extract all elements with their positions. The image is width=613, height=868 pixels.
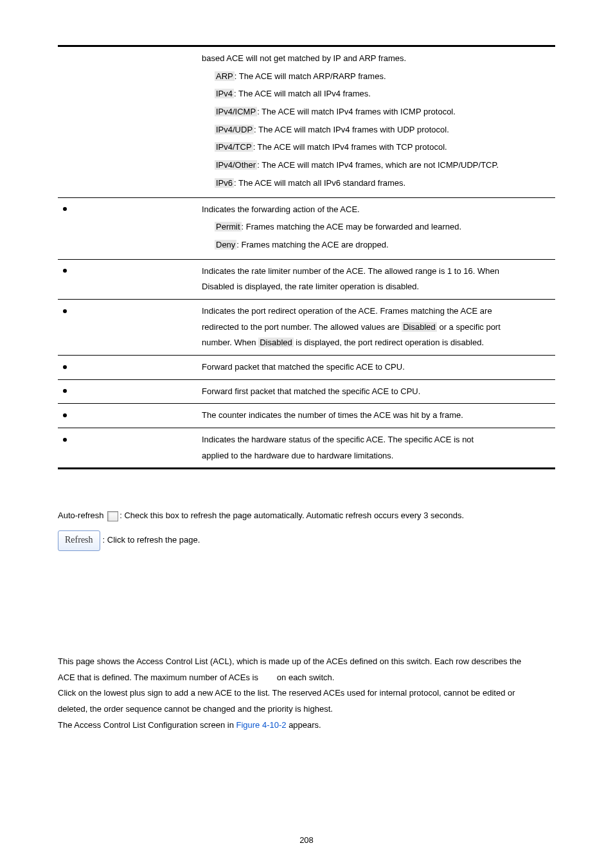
checkbox-icon — [107, 511, 118, 521]
text-line: deleted, the order sequence cannot be ch… — [58, 701, 555, 718]
table-right-cell: Forward packet that matched the specific… — [197, 356, 555, 380]
table-left-cell: Action — [58, 197, 197, 259]
sub-item: Permit: Frames matching the ACE may be f… — [202, 219, 550, 235]
bullet-icon — [63, 309, 67, 313]
table-left-cell: Conflict — [58, 428, 197, 469]
text-line: Forward first packet that matched the sp… — [202, 384, 550, 400]
text-line: number. When Disabled is displayed, the … — [202, 335, 550, 351]
table-right-cell: Indicates the port redirect operation of… — [197, 299, 555, 355]
text-line: applied to the hardware due to hardware … — [202, 448, 550, 464]
table-right-cell: Indicates the rate limiter number of the… — [197, 259, 555, 299]
table-right-cell: Indicates the forwarding action of the A… — [197, 197, 555, 259]
text-line: Indicates the forwarding action of the A… — [202, 202, 550, 218]
table-left-cell: Port Redirect — [58, 299, 197, 355]
section-heading: 4.10.2 Access Control List Configuration — [58, 622, 555, 642]
text-line: Indicates the rate limiter number of the… — [202, 264, 550, 280]
bullet-icon — [63, 365, 67, 369]
sub-item: IPv4/UDP: The ACE will match IPv4 frames… — [202, 122, 550, 138]
text-line: Forward packet that matched the specific… — [202, 359, 550, 375]
table-left-cell — [58, 46, 197, 198]
page-number: 208 — [0, 833, 613, 849]
body-paragraphs: This page shows the Access Control List … — [58, 654, 555, 733]
text: Auto-refresh — [58, 511, 106, 520]
table-left-cell: CPU Once — [58, 379, 197, 404]
table-right-cell: Forward first packet that matched the sp… — [197, 379, 555, 404]
text-line: Disabled is displayed, the rate limiter … — [202, 279, 550, 295]
bullet-icon — [63, 389, 67, 393]
sub-item: IPv4/ICMP: The ACE will match IPv4 frame… — [202, 104, 550, 120]
refresh-description: Refresh: Click to refresh the page. — [58, 530, 555, 551]
sub-item: IPv4/Other: The ACE will match IPv4 fram… — [202, 158, 550, 174]
text-line: based ACE will not get matched by IP and… — [202, 51, 550, 67]
sub-item: IPv6: The ACE will match all IPv6 standa… — [202, 176, 550, 192]
text-line: This page shows the Access Control List … — [58, 654, 555, 670]
bullet-icon — [63, 269, 67, 273]
table-left-cell: Counter — [58, 404, 197, 428]
parameters-table: based ACE will not get matched by IP and… — [58, 45, 555, 469]
bullet-icon — [63, 413, 67, 417]
text-line: Indicates the port redirect operation of… — [202, 303, 550, 320]
table-right-cell: Indicates the hardware status of the spe… — [197, 428, 555, 469]
figure-link: Figure 4-10-2 — [236, 720, 286, 730]
sub-item: ARP: The ACE will match ARP/RARP frames. — [202, 69, 550, 85]
sub-item: IPv4/TCP: The ACE will match IPv4 frames… — [202, 140, 550, 156]
sub-item: IPv4: The ACE will match all IPv4 frames… — [202, 86, 550, 102]
auto-refresh-description: Auto-refresh : Check this box to refresh… — [58, 508, 555, 524]
text-line: ACE that is defined. The maximum number … — [58, 670, 555, 686]
text: : Click to refresh the page. — [103, 535, 200, 545]
refresh-button-image: Refresh — [58, 530, 100, 551]
text-line: Indicates the hardware status of the spe… — [202, 432, 550, 448]
table-right-cell: based ACE will not get matched by IP and… — [197, 46, 555, 198]
text: : Check this box to refresh the page aut… — [120, 511, 464, 520]
bullet-icon — [63, 207, 67, 211]
sub-item: Deny: Frames matching the ACE are droppe… — [202, 237, 550, 253]
text-line: The Access Control List Configuration sc… — [58, 718, 555, 734]
table-left-cell: Rate Limiter — [58, 259, 197, 299]
text-line: Click on the lowest plus sign to add a n… — [58, 685, 555, 701]
table-left-cell: CPU — [58, 356, 197, 380]
bullet-icon — [63, 438, 67, 442]
table-right-cell: The counter indicates the number of time… — [197, 404, 555, 428]
text-line: redirected to the port number. The allow… — [202, 320, 550, 336]
text-line: The counter indicates the number of time… — [202, 408, 550, 424]
